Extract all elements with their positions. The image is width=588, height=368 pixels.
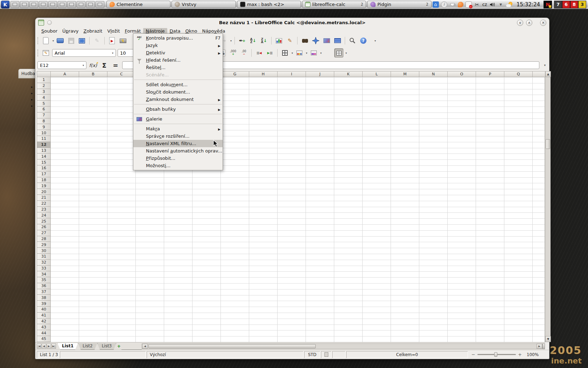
row-header-22[interactable]: 22	[37, 201, 51, 207]
task-button[interactable]: Pidgin2	[367, 1, 431, 8]
border-color-icon[interactable]	[309, 48, 318, 57]
sum-status[interactable]: Celkem=0	[346, 351, 468, 358]
row-header-37[interactable]: 37	[37, 289, 51, 295]
row-header-45[interactable]: 45	[37, 336, 51, 342]
column-header-O[interactable]: O	[448, 71, 476, 77]
selection-mode[interactable]: STD	[304, 351, 320, 358]
font-name-combo[interactable]: Arial ▾	[52, 49, 116, 57]
quick-launch-icon[interactable]	[58, 1, 66, 8]
quick-launch-icon[interactable]	[39, 1, 48, 8]
row-header-28[interactable]: 28	[37, 236, 51, 242]
column-header-Q[interactable]: Q	[504, 71, 533, 77]
task-button[interactable]: libreoffice-calc2	[302, 1, 366, 8]
column-header-H[interactable]: H	[249, 71, 278, 77]
row-header-16[interactable]: 16	[37, 165, 51, 171]
grid-toggle-icon[interactable]	[334, 48, 343, 57]
column-header-L[interactable]: L	[363, 71, 391, 77]
titlebar[interactable]: Bez názvu 1 - LibreOffice Calc <@devaine…	[35, 18, 549, 27]
zoom-slider[interactable]	[477, 354, 516, 355]
klipper-scissors-icon[interactable]: ✂	[474, 1, 480, 8]
row-header-24[interactable]: 24	[37, 212, 51, 218]
export-pdf-icon[interactable]: ▶	[107, 36, 117, 45]
row-header-43[interactable]: 43	[37, 324, 51, 330]
clementine-tray-icon[interactable]	[458, 2, 463, 7]
row-header-6[interactable]: 6	[37, 107, 51, 113]
delete-decimal-icon[interactable]: ,00−	[239, 48, 248, 57]
sum-icon[interactable]: Σ	[100, 61, 109, 69]
cell-grid[interactable]	[51, 77, 545, 342]
row-header-11[interactable]: 11	[37, 136, 51, 142]
column-header-M[interactable]: M	[391, 71, 419, 77]
monitor-tile[interactable]: 8	[570, 1, 578, 8]
sort-ascending-icon[interactable]: AZ↓	[248, 36, 258, 45]
row-header-31[interactable]: 31	[37, 254, 51, 260]
horizontal-scroll-thumb[interactable]	[148, 344, 316, 348]
weather-icon[interactable]	[506, 2, 513, 7]
row-header-23[interactable]: 23	[37, 207, 51, 213]
column-headers[interactable]: ABCDEFGHIJKLMNOPQR	[51, 71, 545, 77]
row-header-13[interactable]: 13	[37, 148, 51, 154]
row-header-18[interactable]: 18	[37, 177, 51, 183]
styles-icon[interactable]: ✎	[41, 48, 50, 57]
quick-launch-icon[interactable]	[20, 1, 29, 8]
tray-caret-icon[interactable]: ▼	[498, 1, 504, 8]
menu-item[interactable]: Sdílet dokument...	[133, 81, 223, 88]
row-headers[interactable]: 1234567891011121314151617181920212223242…	[37, 77, 51, 342]
gallery-icon[interactable]	[322, 36, 331, 45]
volume-icon[interactable]	[489, 1, 496, 8]
column-header-B[interactable]: B	[79, 71, 107, 77]
background-color-icon[interactable]	[295, 48, 304, 57]
row-header-7[interactable]: 7	[37, 113, 51, 118]
horizontal-scrollbar[interactable]: ◀ ▶	[142, 343, 542, 349]
decrease-indent-icon[interactable]: ≣◀	[254, 48, 264, 57]
menu-vloit[interactable]: Vložit	[105, 28, 122, 34]
row-header-42[interactable]: 42	[37, 319, 51, 325]
row-header-36[interactable]: 36	[37, 283, 51, 289]
coffee-icon[interactable]	[449, 1, 456, 8]
row-header-2[interactable]: 2	[37, 83, 51, 89]
home-icon[interactable]: ⌂	[433, 1, 439, 8]
find-replace-icon[interactable]	[300, 36, 309, 45]
monitor-tile[interactable]: 3	[578, 1, 586, 8]
row-header-29[interactable]: 29	[37, 242, 51, 248]
menu-item[interactable]: Scénáře...	[133, 71, 223, 79]
new-document-icon[interactable]	[41, 36, 50, 45]
row-header-33[interactable]: 33	[37, 266, 51, 272]
row-header-39[interactable]: 39	[37, 301, 51, 307]
column-header-K[interactable]: K	[334, 71, 363, 77]
zoom-slider-thumb[interactable]	[494, 352, 497, 357]
taskbar-clock[interactable]: 15:32:24	[515, 1, 541, 8]
save-icon[interactable]	[66, 36, 76, 45]
chevron-down-icon[interactable]: ▾	[345, 52, 347, 55]
row-header-25[interactable]: 25	[37, 218, 51, 224]
kde-start-button[interactable]: K	[1, 1, 9, 8]
row-header-30[interactable]: 30	[37, 248, 51, 254]
menu-item[interactable]: Nastavení XML filtru...	[133, 140, 223, 147]
menu-item[interactable]: Zamknout dokument▶	[133, 96, 223, 103]
chat-status-icon[interactable]	[465, 1, 472, 8]
menu-item[interactable]: Přizpůsobit...	[133, 155, 223, 162]
formula-bar-expand-icon[interactable]: ▾	[544, 63, 546, 67]
row-header-20[interactable]: 20	[37, 189, 51, 195]
quick-launch-icon[interactable]	[77, 1, 85, 8]
scroll-left-icon[interactable]: ◀	[142, 344, 148, 349]
name-box[interactable]: E12 ▾	[37, 61, 86, 69]
menu-item[interactable]: Nastavení automatických oprav...	[133, 147, 223, 155]
row-header-32[interactable]: 32	[37, 260, 51, 266]
column-header-N[interactable]: N	[419, 71, 448, 77]
column-header-C[interactable]: C	[107, 71, 136, 77]
menu-item[interactable]: Galerie	[133, 115, 223, 123]
column-header-I[interactable]: I	[278, 71, 306, 77]
sheet-tab-list3[interactable]: List3	[97, 343, 117, 350]
vertical-scrollbar[interactable]: ▲ ▼	[545, 71, 551, 342]
row-header-17[interactable]: 17	[37, 171, 51, 177]
row-header-5[interactable]: 5	[37, 101, 51, 107]
chevron-down-icon[interactable]: ▾	[83, 64, 84, 67]
edit-file-icon[interactable]: ✎	[92, 36, 102, 45]
help-icon[interactable]: ?	[359, 36, 368, 45]
row-header-38[interactable]: 38	[37, 295, 51, 301]
function-wizard-icon[interactable]: f(x)	[89, 61, 98, 69]
row-header-3[interactable]: 3	[37, 89, 51, 95]
prev-sheet-icon[interactable]: ◀	[42, 343, 46, 349]
zoom-in-icon[interactable]: +	[518, 352, 522, 357]
